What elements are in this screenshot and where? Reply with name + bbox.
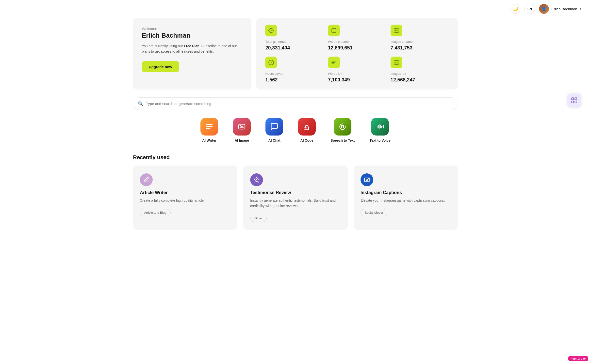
feature-icon	[233, 118, 251, 136]
features-row: AI Writer AI Image AI Chat </> AI Code S…	[133, 118, 458, 142]
stat-icon	[265, 25, 277, 36]
feature-icon	[265, 118, 283, 136]
stat-item: Total generated 20,331,404	[265, 25, 324, 51]
card-description: Create a fully complete high quality art…	[140, 198, 230, 203]
stat-item: Words left 7,100,349	[328, 57, 387, 83]
svg-rect-19	[572, 98, 574, 100]
feature-label: AI Chat	[268, 138, 280, 142]
stat-item: Images left 12,568,247	[391, 57, 449, 83]
stat-icon: T	[328, 25, 340, 36]
svg-point-15	[256, 179, 257, 180]
welcome-name: Erlich Bachman	[142, 32, 243, 39]
card-tag: Other	[250, 215, 267, 222]
stat-value: 1,562	[265, 77, 324, 83]
svg-rect-22	[575, 101, 577, 103]
svg-point-10	[341, 126, 342, 127]
stat-icon	[328, 57, 340, 68]
feature-label: AI Writer	[202, 138, 216, 142]
feature-item-ai-chat[interactable]: AI Chat	[265, 118, 283, 142]
svg-rect-5	[394, 61, 399, 64]
card-icon	[140, 173, 153, 186]
card-tag: Article and Blog	[140, 209, 171, 216]
svg-point-11	[343, 126, 344, 127]
stat-value: 12,568,247	[391, 77, 449, 83]
user-menu[interactable]: 👤 Erlich Bachman ▾	[539, 4, 581, 14]
chevron-down-icon: ▾	[580, 7, 581, 11]
card-title: Article Writer	[140, 190, 230, 195]
feature-label: AI Image	[235, 138, 249, 142]
stat-value: 12,899,651	[328, 45, 387, 51]
stat-item: Hours saved 1,562	[265, 57, 324, 83]
stat-icon	[265, 57, 277, 68]
search-icon: 🔍	[138, 101, 143, 106]
card-title: Testimonial Review	[250, 190, 341, 195]
user-name-label: Erlich Bachman	[551, 7, 577, 11]
search-container: 🔍	[133, 97, 458, 110]
welcome-desc-before: You are currently using our	[142, 44, 184, 48]
svg-marker-12	[378, 124, 380, 129]
grid-icon	[571, 97, 578, 104]
feature-label: Text to Voice	[370, 138, 391, 142]
card-title: Instagram Captions	[361, 190, 451, 195]
stat-label: Images left	[391, 72, 449, 76]
stat-value: 7,431,753	[391, 45, 449, 51]
feature-icon	[334, 118, 351, 136]
card-icon	[361, 173, 373, 186]
feature-icon	[200, 118, 218, 136]
svg-rect-20	[575, 98, 577, 100]
search-input[interactable]	[133, 97, 458, 110]
stat-label: Images created	[391, 40, 449, 44]
theme-toggle-button[interactable]: 🌙	[510, 4, 520, 14]
recently-used-card[interactable]: Article Writer Create a fully complete h…	[133, 166, 237, 230]
feature-item-ai-writer[interactable]: AI Writer	[200, 118, 218, 142]
welcome-description: You are currently using our Free Plan. S…	[142, 43, 243, 54]
floating-grid-button[interactable]	[567, 93, 581, 107]
recently-used-card[interactable]: Instagram Captions Elevate your Instagra…	[354, 166, 458, 230]
svg-text:T: T	[333, 29, 335, 32]
feature-icon	[371, 118, 389, 136]
feature-label: AI Code	[300, 138, 313, 142]
stat-label: Hours saved	[265, 72, 324, 76]
card-tag: Social Media	[361, 209, 387, 216]
bottom-badge: Point X Lite	[568, 356, 588, 361]
stat-value: 7,100,349	[328, 77, 387, 83]
stat-icon	[391, 25, 402, 36]
language-button[interactable]: EN	[524, 4, 535, 14]
stat-label: Total generated	[265, 40, 324, 44]
cards-grid: Article Writer Create a fully complete h…	[133, 166, 458, 230]
main-content: Welcome Erlich Bachman You are currently…	[123, 18, 468, 240]
svg-point-18	[368, 178, 369, 179]
plan-label: Free Plan	[184, 44, 199, 48]
stat-label: Words created	[328, 40, 387, 44]
stat-item: Images created 7,431,753	[391, 25, 449, 51]
welcome-label: Welcome	[142, 27, 243, 31]
card-description: Instantly generate authentic testimonial…	[250, 198, 341, 209]
svg-rect-21	[572, 101, 574, 103]
feature-item-text-to-voice[interactable]: Text to Voice	[370, 118, 391, 142]
stat-icon	[391, 57, 402, 68]
upgrade-now-button[interactable]: Upgrade now	[142, 61, 179, 72]
card-description: Elevate your Instagram game with captiva…	[361, 198, 451, 203]
header: 🌙 EN 👤 Erlich Bachman ▾	[0, 0, 591, 18]
stat-item: T Words created 12,899,651	[328, 25, 387, 51]
svg-point-17	[366, 179, 368, 181]
top-cards-row: Welcome Erlich Bachman You are currently…	[133, 18, 458, 90]
recently-used-card[interactable]: Testimonial Review Instantly generate au…	[243, 166, 348, 230]
svg-text:</>: </>	[304, 125, 310, 129]
feature-item-ai-code[interactable]: </> AI Code	[298, 118, 316, 142]
feature-icon: </>	[298, 118, 316, 136]
feature-item-speech-to-text[interactable]: Speech to Text	[330, 118, 355, 142]
feature-item-ai-image[interactable]: AI Image	[233, 118, 251, 142]
stat-label: Words left	[328, 72, 387, 76]
card-icon	[250, 173, 263, 186]
recently-used-title: Recently used	[133, 154, 458, 161]
stats-card: Total generated 20,331,404 T Words creat…	[256, 18, 458, 90]
stat-value: 20,331,404	[265, 45, 324, 51]
avatar: 👤	[539, 4, 549, 14]
moon-icon: 🌙	[513, 6, 518, 12]
welcome-card: Welcome Erlich Bachman You are currently…	[133, 18, 251, 90]
feature-label: Speech to Text	[330, 138, 355, 142]
svg-marker-13	[380, 125, 383, 128]
language-label: EN	[527, 7, 532, 11]
